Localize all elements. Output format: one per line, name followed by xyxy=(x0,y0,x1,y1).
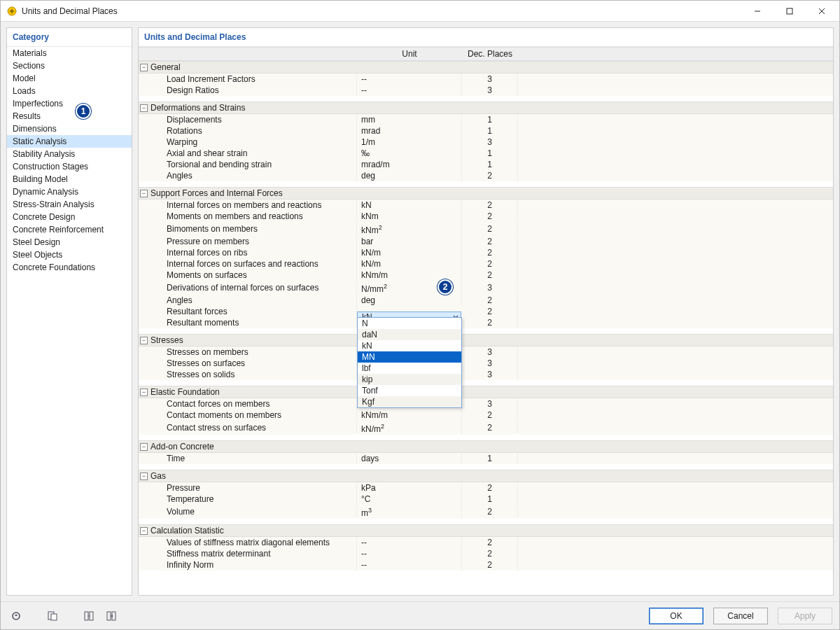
close-button[interactable] xyxy=(806,1,838,22)
dec-places-cell[interactable]: 3 xyxy=(462,74,518,85)
dec-places-cell[interactable]: 2 xyxy=(462,236,518,247)
unit-cell[interactable]: ‰ xyxy=(357,148,462,159)
dec-places-cell[interactable]: 1 xyxy=(462,159,518,170)
section-header[interactable]: −Calculation Statistic xyxy=(139,524,833,537)
unit-cell[interactable]: kNm xyxy=(357,211,462,222)
unit-cell[interactable]: days xyxy=(357,453,462,464)
unit-cell[interactable]: bar xyxy=(357,236,462,247)
unit-cell[interactable]: mm xyxy=(357,114,462,125)
dec-places-cell[interactable]: 2 xyxy=(462,258,518,270)
collapse-icon[interactable]: − xyxy=(140,190,148,197)
unit-cell[interactable]: mrad/m xyxy=(357,159,462,170)
save-profile-button[interactable] xyxy=(44,608,61,624)
dec-places-cell[interactable]: 3 xyxy=(462,282,518,293)
collapse-icon[interactable]: − xyxy=(140,104,148,112)
sidebar-item[interactable]: Imperfections xyxy=(7,97,132,110)
unit-cell[interactable]: deg xyxy=(357,295,462,306)
dec-places-cell[interactable]: 2 xyxy=(462,422,518,433)
sidebar-item[interactable]: Results xyxy=(7,110,132,122)
dec-places-cell[interactable]: 2 xyxy=(462,295,518,306)
dropdown-option[interactable]: MN xyxy=(358,351,461,363)
grid-body[interactable]: −GeneralLoad Increment Factors--3Design … xyxy=(139,61,833,595)
sidebar-item[interactable]: Construction Stages xyxy=(7,160,132,173)
collapse-icon[interactable]: − xyxy=(140,388,148,396)
unit-cell[interactable]: °C xyxy=(357,493,462,505)
ok-button[interactable]: OK xyxy=(649,608,704,624)
unit-cell[interactable]: kN xyxy=(357,200,462,211)
unit-cell[interactable]: mrad xyxy=(357,125,462,136)
sidebar-item[interactable]: Sections xyxy=(7,59,132,72)
export-profile-button[interactable] xyxy=(103,608,120,624)
dropdown-option[interactable]: Tonf xyxy=(358,385,461,396)
unit-cell[interactable]: kNm/m xyxy=(357,410,462,421)
collapse-icon[interactable]: − xyxy=(140,443,148,451)
section-header[interactable]: −Elastic Foundation xyxy=(139,386,833,398)
dec-places-cell[interactable]: 2 xyxy=(462,559,518,570)
dec-places-cell[interactable]: 2 xyxy=(462,537,518,548)
unit-cell[interactable]: kN/m2 xyxy=(357,421,462,435)
dec-places-cell[interactable]: 1 xyxy=(462,148,518,159)
minimize-button[interactable] xyxy=(741,1,774,22)
sidebar-item[interactable]: Stress-Strain Analysis xyxy=(7,198,132,211)
sidebar-item[interactable]: Stability Analysis xyxy=(7,148,132,160)
dec-places-cell[interactable]: 1 xyxy=(462,114,518,125)
import-profile-button[interactable] xyxy=(80,608,97,624)
section-header[interactable]: −Add-on Concrete xyxy=(139,440,833,453)
dec-places-cell[interactable]: 2 xyxy=(462,170,518,181)
unit-cell[interactable]: kN/m xyxy=(357,258,462,270)
sidebar-item[interactable]: Dimensions xyxy=(7,122,132,135)
sidebar-item[interactable]: Model xyxy=(7,72,132,85)
unit-cell[interactable]: -- xyxy=(357,559,462,570)
collapse-icon[interactable]: − xyxy=(140,472,148,480)
unit-cell[interactable]: -- xyxy=(357,85,462,96)
sidebar-item[interactable]: Materials xyxy=(7,47,132,59)
dropdown-option[interactable]: Kgf xyxy=(358,396,461,407)
dec-places-cell[interactable]: 3 xyxy=(462,358,518,369)
sidebar-item[interactable]: Loads xyxy=(7,85,132,97)
unit-cell[interactable]: kNm2 xyxy=(357,222,462,236)
dec-places-cell[interactable]: 3 xyxy=(462,136,518,148)
section-header[interactable]: −Stresses xyxy=(139,334,833,346)
dec-places-cell[interactable]: 3 xyxy=(462,369,518,380)
unit-dropdown[interactable]: NdaNkNMNlbfkipTonfKgf xyxy=(357,317,462,408)
sidebar-item[interactable]: Steel Objects xyxy=(7,248,132,261)
collapse-icon[interactable]: − xyxy=(140,64,148,71)
dec-places-cell[interactable]: 3 xyxy=(462,85,518,96)
sidebar-item[interactable]: Concrete Reinforcement xyxy=(7,223,132,236)
sidebar-item[interactable]: Static Analysis xyxy=(7,135,132,148)
unit-cell[interactable]: deg xyxy=(357,170,462,181)
dec-places-cell[interactable]: 2 xyxy=(462,306,518,317)
dropdown-option[interactable]: daN xyxy=(358,329,461,340)
dropdown-option[interactable]: kN xyxy=(358,340,461,351)
dec-places-cell[interactable]: 2 xyxy=(462,548,518,559)
section-header[interactable]: −Deformations and Strains xyxy=(139,102,833,114)
dec-places-cell[interactable]: 2 xyxy=(462,317,518,328)
sidebar-item[interactable]: Building Model xyxy=(7,173,132,186)
dec-places-cell[interactable]: 1 xyxy=(462,453,518,464)
section-header[interactable]: −Gas xyxy=(139,470,833,482)
dec-places-cell[interactable]: 2 xyxy=(462,410,518,421)
dec-places-cell[interactable]: 3 xyxy=(462,346,518,358)
unit-cell[interactable]: m3 xyxy=(357,505,462,519)
unit-cell[interactable]: -- xyxy=(357,548,462,559)
unit-cell[interactable]: -- xyxy=(357,74,462,85)
section-header[interactable]: −Support Forces and Internal Forces xyxy=(139,187,833,200)
dec-places-cell[interactable]: 1 xyxy=(462,125,518,136)
maximize-button[interactable] xyxy=(774,1,806,22)
unit-cell[interactable]: kN/m xyxy=(357,247,462,258)
dec-places-cell[interactable]: 2 xyxy=(462,200,518,211)
dec-places-cell[interactable]: 2 xyxy=(462,482,518,493)
dropdown-option[interactable]: kip xyxy=(358,374,461,385)
unit-cell[interactable]: 1/m xyxy=(357,136,462,148)
dec-places-cell[interactable]: 2 xyxy=(462,247,518,258)
sidebar-item[interactable]: Steel Design xyxy=(7,236,132,248)
dropdown-option[interactable]: N xyxy=(358,318,461,329)
dropdown-option[interactable]: lbf xyxy=(358,363,461,374)
section-header[interactable]: −General xyxy=(139,61,833,74)
cancel-button[interactable]: Cancel xyxy=(713,608,768,624)
sidebar-item[interactable]: Concrete Foundations xyxy=(7,261,132,274)
collapse-icon[interactable]: − xyxy=(140,527,148,535)
unit-cell[interactable]: kPa xyxy=(357,482,462,493)
dec-places-cell[interactable]: 2 xyxy=(462,506,518,517)
sidebar-item[interactable]: Concrete Design xyxy=(7,211,132,223)
